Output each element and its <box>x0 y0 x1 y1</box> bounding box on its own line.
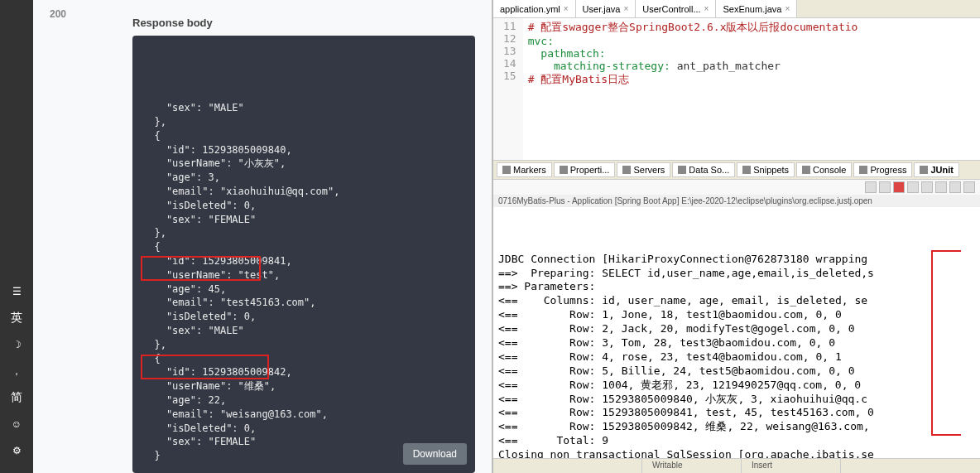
view-tab-console[interactable]: Console <box>796 162 852 177</box>
editor-tab-3[interactable]: SexEnum.java× <box>716 0 797 17</box>
swagger-panel: 200 Response body "sex": "MALE" }, { "id… <box>33 0 492 473</box>
views-tabs: MarkersProperti...ServersData So...Snipp… <box>493 161 980 180</box>
status-insert: Insert <box>742 459 841 473</box>
console-area: MarkersProperti...ServersData So...Snipp… <box>493 160 980 458</box>
editor-tab-1[interactable]: User.java× <box>576 0 637 17</box>
ime-lang-button[interactable]: 英 <box>7 308 26 328</box>
moon-icon[interactable]: ☽ <box>7 335 26 355</box>
editor-tab-0[interactable]: application.yml× <box>493 0 576 17</box>
console-btn-3[interactable] <box>893 181 905 193</box>
status-code: 200 <box>50 8 116 20</box>
view-tab-markers[interactable]: Markers <box>497 162 552 177</box>
line-gutter: 1112131415 <box>493 18 523 160</box>
status-bar: Writable Insert <box>493 458 980 473</box>
console-btn-8[interactable] <box>963 181 975 193</box>
console-highlight <box>931 250 961 436</box>
editor-tabs: application.yml×User.java×UserControll..… <box>493 0 980 18</box>
view-tab-snippets[interactable]: Snippets <box>737 162 795 177</box>
punct-button[interactable]: ， <box>7 361 26 381</box>
download-button[interactable]: Download <box>403 443 467 465</box>
console-btn-4[interactable] <box>907 181 919 193</box>
close-icon[interactable]: × <box>623 4 628 13</box>
close-icon[interactable]: × <box>785 4 790 13</box>
left-toolbar: ☰ 英 ☽ ， 简 ☺ ⚙ <box>0 0 33 473</box>
console-header: 0716MyBatis-Plus - Application [Spring B… <box>493 195 980 207</box>
simplified-button[interactable]: 简 <box>7 388 26 408</box>
console-btn-5[interactable] <box>921 181 933 193</box>
view-tab-progress[interactable]: Progress <box>853 162 912 177</box>
console-btn-2[interactable] <box>879 181 891 193</box>
ide-panel: application.yml×User.java×UserControll..… <box>492 0 980 473</box>
close-icon[interactable]: × <box>564 4 569 13</box>
response-body[interactable]: "sex": "MALE" }, { "id": 15293805009840,… <box>132 36 475 473</box>
editor-area[interactable]: 1112131415 # 配置swagger整合SpringBoot2.6.x版… <box>493 18 980 160</box>
editor-tab-2[interactable]: UserControll...× <box>636 0 716 17</box>
toolbar-drag-icon[interactable]: ☰ <box>7 282 26 302</box>
highlight-box-1 <box>141 256 261 281</box>
gear-icon[interactable]: ⚙ <box>7 441 26 461</box>
smile-icon[interactable]: ☺ <box>7 414 26 434</box>
response-body-label: Response body <box>132 17 475 29</box>
code-content[interactable]: # 配置swagger整合SpringBoot2.6.x版本以后报documen… <box>523 18 863 160</box>
console-output[interactable]: JDBC Connection [HikariProxyConnection@7… <box>493 207 980 458</box>
console-btn-7[interactable] <box>949 181 961 193</box>
console-toolbar <box>493 180 980 195</box>
view-tab-properti[interactable]: Properti... <box>554 162 616 177</box>
close-icon[interactable]: × <box>704 4 709 13</box>
view-tab-data so[interactable]: Data So... <box>672 162 735 177</box>
console-btn-6[interactable] <box>935 181 947 193</box>
highlight-box-2 <box>141 355 269 379</box>
status-writable: Writable <box>642 459 742 473</box>
view-tab-servers[interactable]: Servers <box>617 162 670 177</box>
view-tab-junit[interactable]: JUnit <box>914 162 959 177</box>
console-btn-1[interactable] <box>865 181 877 193</box>
